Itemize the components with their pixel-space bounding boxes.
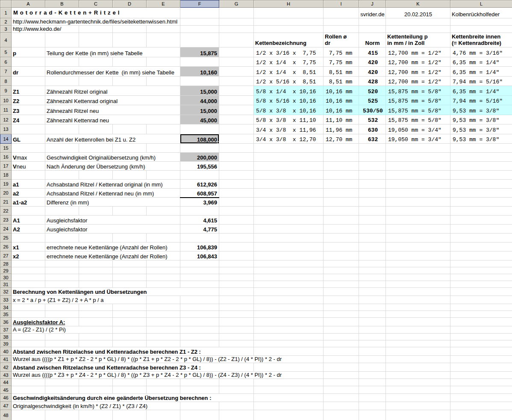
cell-H11[interactable]: 5/8 x 3/8 x 10,16 — [254, 105, 324, 115]
column-header-F[interactable]: F — [180, 0, 219, 8]
cell-G25[interactable] — [219, 234, 254, 243]
cell-I30[interactable] — [324, 274, 359, 281]
cell-I19[interactable] — [324, 180, 359, 189]
cell-E37[interactable] — [147, 326, 180, 334]
cell-E4[interactable] — [147, 33, 180, 47]
cell-A25[interactable] — [12, 234, 45, 243]
row-header-33[interactable]: 33 — [0, 296, 12, 304]
cell-B19[interactable]: Achsabstand Ritzel / Kettenrad original … — [45, 180, 180, 189]
cell-F36[interactable] — [180, 318, 219, 326]
cell-G36[interactable] — [219, 318, 254, 326]
cell-C45[interactable] — [79, 386, 113, 394]
cell-C48[interactable] — [79, 410, 113, 420]
cell-A21[interactable]: a1-a2 — [12, 198, 45, 207]
row-header-8[interactable]: 8 — [0, 77, 12, 86]
cell-J23[interactable] — [359, 216, 386, 225]
cell-F33[interactable] — [180, 296, 219, 304]
cell-F48[interactable] — [180, 410, 219, 420]
cell-A37[interactable]: A = (Z2 - Z1) / (2 * Pi) — [12, 326, 113, 334]
cell-A41[interactable]: Wurzel aus ((((p * Z1 + p * Z2 - 2 * p *… — [12, 356, 324, 363]
cell-E15[interactable] — [147, 144, 180, 153]
cell-K24[interactable] — [386, 225, 450, 234]
cell-H24[interactable] — [254, 225, 324, 234]
row-header-35[interactable]: 35 — [0, 311, 12, 318]
cell-I40[interactable] — [324, 347, 359, 356]
cell-J10[interactable]: 525 — [359, 96, 386, 105]
cell-I27[interactable] — [324, 251, 359, 260]
cell-A27[interactable]: x2 — [12, 251, 45, 260]
cell-K25[interactable] — [386, 234, 450, 243]
cell-H25[interactable] — [254, 234, 324, 243]
cell-A2[interactable]: http://www.heckmann-gartentechnik.de/fil… — [12, 18, 180, 26]
cell-K39[interactable] — [386, 340, 450, 347]
cell-J46[interactable] — [359, 394, 386, 402]
cell-C31[interactable] — [79, 281, 113, 288]
cell-I44[interactable] — [324, 379, 359, 386]
cell-H34[interactable] — [254, 304, 324, 311]
row-header-4[interactable]: 4 — [0, 33, 12, 47]
cell-K48[interactable] — [386, 410, 450, 420]
cell-G3[interactable] — [219, 26, 254, 33]
cell-H9[interactable]: 5/8 x 1/4 x 10,16 — [254, 86, 324, 96]
cell-B21[interactable]: Differenz (in mm) — [45, 198, 180, 207]
cell-C44[interactable] — [79, 379, 113, 386]
cell-F31[interactable] — [180, 281, 219, 288]
cell-K6[interactable]: 12,700 mm = 1/2" — [386, 57, 450, 67]
cell-F44[interactable] — [180, 379, 219, 386]
cell-K28[interactable] — [386, 260, 450, 267]
cell-J24[interactable] — [359, 225, 386, 234]
cell-H37[interactable] — [254, 326, 324, 334]
cell-A5[interactable]: p — [12, 47, 45, 57]
cell-J36[interactable] — [359, 318, 386, 326]
cell-D29[interactable] — [113, 267, 147, 274]
cell-A14[interactable]: GL — [12, 134, 45, 144]
cell-K23[interactable] — [386, 216, 450, 225]
cell-D28[interactable] — [113, 260, 147, 267]
cell-H21[interactable] — [254, 198, 324, 207]
cell-F45[interactable] — [180, 386, 219, 394]
column-header-J[interactable]: J — [359, 0, 386, 8]
cell-J40[interactable] — [359, 347, 386, 356]
row-header-45[interactable]: 45 — [0, 386, 12, 394]
cell-I37[interactable] — [324, 326, 359, 334]
cell-A24[interactable]: A2 — [12, 225, 45, 234]
cell-B25[interactable] — [45, 234, 79, 243]
cell-F25[interactable] — [180, 234, 219, 243]
cell-J25[interactable] — [359, 234, 386, 243]
cell-A28[interactable] — [12, 260, 45, 267]
cell-C4[interactable] — [79, 33, 113, 47]
cell-F18[interactable] — [180, 171, 219, 180]
cell-L46[interactable] — [450, 394, 512, 402]
cell-H48[interactable] — [254, 410, 324, 420]
cell-L30[interactable] — [450, 274, 512, 281]
cell-L33[interactable] — [450, 296, 512, 304]
cell-D18[interactable] — [113, 171, 147, 180]
cell-K7[interactable]: 12,700 mm = 1/2" — [386, 67, 450, 77]
cell-A33[interactable]: x = 2 * a / p + (Z1 + Z2) / 2 + A * p / … — [12, 296, 147, 304]
cell-C35[interactable] — [79, 311, 113, 318]
cell-H29[interactable] — [254, 267, 324, 274]
cell-J45[interactable] — [359, 386, 386, 394]
cell-F19[interactable]: 612,926 — [180, 180, 219, 189]
row-header-10[interactable]: 10 — [0, 96, 12, 105]
cell-I32[interactable] — [324, 288, 359, 296]
cell-I26[interactable] — [324, 243, 359, 251]
cell-K2[interactable] — [386, 18, 450, 26]
cell-K19[interactable] — [386, 180, 450, 189]
cell-G26[interactable] — [219, 243, 254, 251]
cell-G32[interactable] — [219, 288, 254, 296]
cell-J3[interactable] — [359, 26, 386, 33]
cell-I15[interactable] — [324, 144, 359, 153]
column-header-G[interactable]: G — [219, 0, 254, 8]
cell-K38[interactable] — [386, 334, 450, 340]
cell-H32[interactable] — [254, 288, 324, 296]
cell-C34[interactable] — [79, 304, 113, 311]
cell-I18[interactable] — [324, 171, 359, 180]
cell-G38[interactable] — [219, 334, 254, 340]
cell-B10[interactable]: Zähnezahl Kettenrad original — [45, 96, 180, 105]
cell-I3[interactable] — [324, 26, 359, 33]
cell-H3[interactable] — [254, 26, 324, 33]
cell-L24[interactable] — [450, 225, 512, 234]
cell-J29[interactable] — [359, 267, 386, 274]
cell-F37[interactable] — [180, 326, 219, 334]
